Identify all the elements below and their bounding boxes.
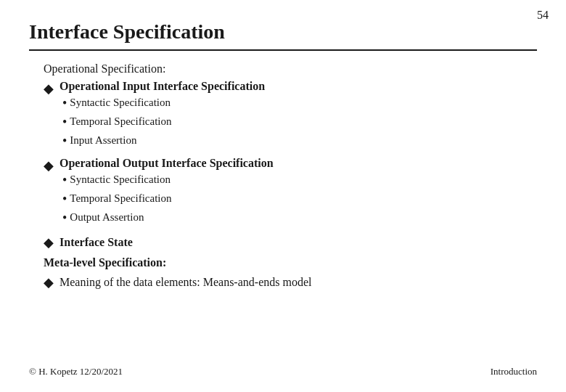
diamond-icon-input: ◆ [44,81,54,97]
input-sub-item-2: • Input Assertion [62,132,265,151]
meaning-text: Meaning of the data elements: Means-and-… [60,276,311,289]
slide-number: 54 [537,9,549,22]
input-sub-items: • Syntactic Specification • Temporal Spe… [62,94,265,151]
input-sub-item-1: • Temporal Specification [62,113,265,132]
input-item-content: Operational Input Interface Specificatio… [60,80,265,151]
input-item: ◆ Operational Input Interface Specificat… [44,80,537,151]
bullet-icon-5: • [62,208,67,228]
diamond-icon-state: ◆ [44,234,54,250]
input-item-title: Operational Input Interface Specificatio… [60,80,265,93]
operational-header: Operational Specification: [44,62,537,75]
slide: 54 Interface Specification Operational S… [0,0,566,392]
output-item: ◆ Operational Output Interface Specifica… [44,157,537,228]
diamond-icon-meta: ◆ [44,274,54,290]
output-sub-item-0-text: Syntactic Specification [70,171,171,188]
input-sub-item-0-text: Syntactic Specification [70,94,171,111]
bullet-icon-0: • [62,94,67,113]
bullet-icon-4: • [62,189,67,209]
output-sub-item-0: • Syntactic Specification [62,171,274,190]
content-area: Operational Specification: ◆ Operational… [29,62,537,357]
title-area: Interface Specification [29,20,537,51]
bullet-icon-2: • [62,131,67,151]
interface-state-item: ◆ Interface State [44,234,537,250]
diamond-icon-output: ◆ [44,158,54,173]
output-sub-item-2: • Output Assertion [62,209,274,228]
output-sub-item-2-text: Output Assertion [70,209,144,226]
input-sub-item-0: • Syntactic Specification [62,94,265,113]
output-sub-items: • Syntactic Specification • Temporal Spe… [62,171,274,228]
output-sub-item-1: • Temporal Specification [62,190,274,209]
interface-state-label: Interface State [60,236,133,249]
footer-right: Introduction [491,366,537,377]
input-sub-item-2-text: Input Assertion [70,132,136,149]
meaning-item: ◆ Meaning of the data elements: Means-an… [44,274,537,290]
output-sub-item-1-text: Temporal Specification [70,190,171,207]
meta-level-header: Meta-level Specification: [44,256,537,269]
input-sub-item-1-text: Temporal Specification [70,113,171,130]
output-item-title: Operational Output Interface Specificati… [60,157,274,170]
footer: © H. Kopetz 12/20/2021 Introduction [29,357,537,377]
bullet-icon-3: • [62,171,67,190]
bullet-icon-1: • [62,113,67,132]
footer-left: © H. Kopetz 12/20/2021 [29,366,123,377]
slide-title: Interface Specification [29,20,537,44]
output-item-content: Operational Output Interface Specificati… [60,157,274,228]
